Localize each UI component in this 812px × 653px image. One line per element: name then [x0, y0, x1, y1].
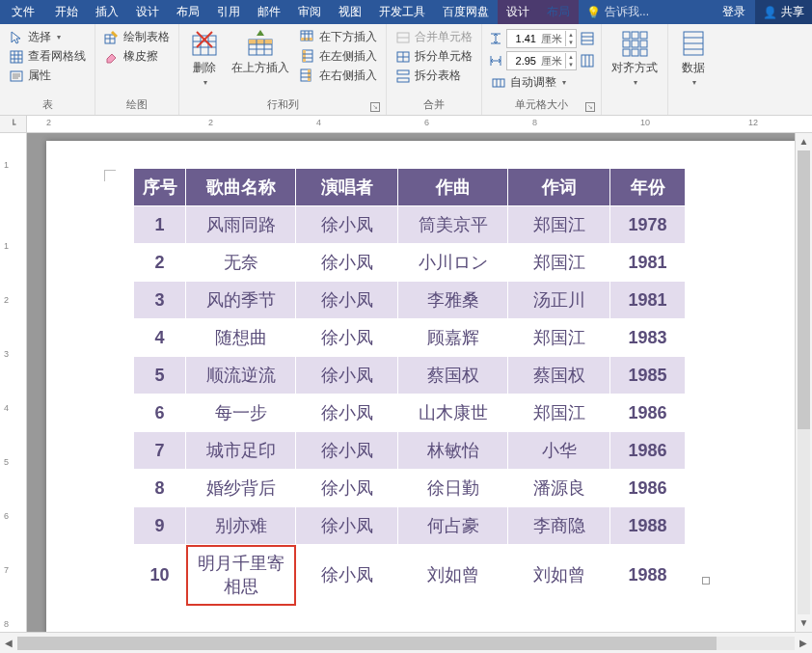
table-cell[interactable]: 2	[134, 244, 186, 282]
table-cell[interactable]: 1986	[610, 432, 686, 470]
tab-home[interactable]: 开始	[46, 0, 87, 24]
table-header[interactable]: 年份	[610, 169, 686, 206]
table-cell[interactable]: 郑国江	[508, 244, 610, 282]
table-cell[interactable]: 筒美京平	[398, 206, 508, 244]
table-cell[interactable]: 城市足印	[186, 432, 296, 470]
tab-baidu[interactable]: 百度网盘	[434, 0, 498, 24]
dialog-launcher-icon[interactable]: ↘	[585, 102, 595, 112]
tab-insert[interactable]: 插入	[87, 0, 127, 24]
table-cell[interactable]: 3	[134, 282, 186, 319]
tab-table-layout[interactable]: 布局	[538, 0, 579, 24]
table-cell[interactable]: 婚纱背后	[186, 470, 296, 507]
table-cell[interactable]: 李雅桑	[398, 282, 508, 319]
tab-file[interactable]: 文件	[0, 0, 46, 24]
scroll-thumb[interactable]	[17, 637, 717, 650]
scroll-up-icon[interactable]: ▲	[796, 133, 812, 150]
table-cell[interactable]: 徐小凤	[296, 206, 398, 244]
table-cell[interactable]: 1988	[610, 545, 686, 606]
table-cell[interactable]: 刘如曾	[508, 545, 610, 606]
tab-review[interactable]: 审阅	[289, 0, 330, 24]
col-width-input[interactable]: 厘米 ▲▼	[506, 51, 577, 70]
ruler-vertical[interactable]: 112345678910	[0, 133, 27, 632]
table-header[interactable]: 演唱者	[296, 169, 398, 206]
row-height-field[interactable]	[507, 33, 538, 44]
table-cell[interactable]: 小华	[508, 432, 610, 470]
insert-below-button[interactable]: 在下方插入	[297, 28, 380, 46]
table-cell[interactable]: 徐小凤	[296, 357, 398, 395]
delete-button[interactable]: 删除▾	[183, 26, 226, 91]
scroll-down-icon[interactable]: ▼	[796, 614, 812, 632]
ruler-horizontal[interactable]: 224681012	[27, 116, 812, 133]
table-cell[interactable]: 10	[134, 545, 186, 606]
vertical-scrollbar[interactable]: ▲ ▼	[795, 133, 812, 632]
tab-layout[interactable]: 布局	[168, 0, 208, 24]
table-cell[interactable]: 风的季节	[186, 282, 296, 319]
split-cells-button[interactable]: 拆分单元格	[392, 47, 475, 66]
table-cell[interactable]: 无奈	[186, 244, 296, 282]
merge-cells-button[interactable]: 合并单元格	[392, 28, 475, 46]
table-cell[interactable]: 小川ロン	[398, 244, 508, 282]
table-cell[interactable]: 4	[134, 319, 186, 357]
spin-up-icon[interactable]: ▲	[566, 31, 576, 39]
table-cell[interactable]: 李商隐	[508, 507, 610, 545]
table-cell[interactable]: 1985	[610, 357, 686, 395]
tab-mailings[interactable]: 邮件	[249, 0, 289, 24]
table-cell[interactable]: 何占豪	[398, 507, 508, 545]
table-cell[interactable]: 徐小凤	[296, 282, 398, 319]
table-cell[interactable]: 顾嘉辉	[398, 319, 508, 357]
table-cell[interactable]: 1986	[610, 470, 686, 507]
table-cell[interactable]: 别亦难	[186, 507, 296, 545]
table-cell[interactable]: 徐日勤	[398, 470, 508, 507]
table-cell[interactable]: 1986	[610, 395, 686, 432]
table-cell[interactable]: 1981	[610, 282, 686, 319]
table-header[interactable]: 歌曲名称	[186, 169, 296, 206]
table-cell[interactable]: 9	[134, 507, 186, 545]
table-cell[interactable]: 蔡国权	[398, 357, 508, 395]
tab-references[interactable]: 引用	[208, 0, 249, 24]
scroll-thumb[interactable]	[798, 150, 810, 429]
tab-devtools[interactable]: 开发工具	[370, 0, 434, 24]
table-cell[interactable]: 顺流逆流	[186, 357, 296, 395]
scroll-left-icon[interactable]: ◀	[0, 638, 17, 648]
spin-down-icon[interactable]: ▼	[566, 39, 576, 46]
eraser-button[interactable]: 橡皮擦	[101, 47, 173, 66]
table-cell[interactable]: 风雨同路	[186, 206, 296, 244]
table-cell[interactable]: 徐小凤	[296, 470, 398, 507]
table-cell[interactable]: 蔡国权	[508, 357, 610, 395]
table-cell[interactable]: 郑国江	[508, 395, 610, 432]
row-height-input[interactable]: 厘米 ▲▼	[506, 29, 577, 48]
insert-right-button[interactable]: 在右侧插入	[297, 67, 380, 85]
table-cell[interactable]: 每一步	[186, 395, 296, 432]
insert-above-button[interactable]: 在上方插入	[226, 26, 295, 76]
properties-button[interactable]: 属性	[6, 67, 89, 85]
table-cell[interactable]: 刘如曾	[398, 545, 508, 606]
split-table-button[interactable]: 拆分表格	[392, 67, 475, 85]
table-cell[interactable]: 8	[134, 470, 186, 507]
autofit-button[interactable]: 自动调整▾	[488, 73, 595, 92]
data-button[interactable]: 数据▾	[672, 26, 715, 91]
table-cell[interactable]: 5	[134, 357, 186, 395]
resize-handle[interactable]	[702, 577, 710, 585]
tab-design[interactable]: 设计	[127, 0, 168, 24]
table-cell[interactable]: 徐小凤	[296, 507, 398, 545]
table-cell[interactable]: 徐小凤	[296, 432, 398, 470]
col-width-field[interactable]	[507, 55, 538, 67]
table-header[interactable]: 作词	[508, 169, 610, 206]
alignment-button[interactable]: 对齐方式▾	[606, 26, 663, 91]
table-cell[interactable]: 徐小凤	[296, 319, 398, 357]
table-cell[interactable]: 1983	[610, 319, 686, 357]
table-cell[interactable]: 1981	[610, 244, 686, 282]
table-cell[interactable]: 郑国江	[508, 206, 610, 244]
table-cell[interactable]: 1988	[610, 507, 686, 545]
table-header[interactable]: 作曲	[398, 169, 508, 206]
table-cell[interactable]: 徐小凤	[296, 244, 398, 282]
table-cell[interactable]: 潘源良	[508, 470, 610, 507]
dialog-launcher-icon[interactable]: ↘	[370, 102, 380, 112]
data-table[interactable]: 序号歌曲名称演唱者作曲作词年份 1风雨同路徐小凤筒美京平郑国江19782无奈徐小…	[133, 168, 686, 606]
table-cell[interactable]: 徐小凤	[296, 395, 398, 432]
table-cell[interactable]: 1978	[610, 206, 686, 244]
table-cell[interactable]: 明月千里寄相思	[186, 545, 296, 606]
table-cell[interactable]: 7	[134, 432, 186, 470]
table-cell[interactable]: 林敏怡	[398, 432, 508, 470]
table-cell[interactable]: 郑国江	[508, 319, 610, 357]
